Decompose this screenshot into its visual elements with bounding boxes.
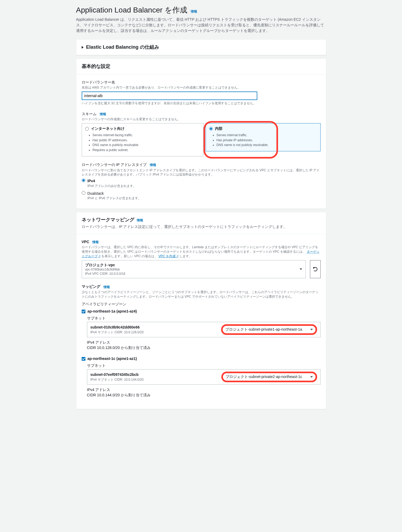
subnet-select[interactable]: subnet-010c8b9c42dd60e66 IPv4 サブネット CIDR… bbox=[87, 322, 321, 337]
radio-icon bbox=[85, 127, 89, 131]
highlight-ring-icon: プロジェクト-subnet-private1-ap-northeast-1a bbox=[221, 324, 317, 335]
checkbox-checked-icon[interactable] bbox=[82, 357, 85, 361]
vpc-select[interactable]: プロジェクト-vpc vpc-0780bdcc16c9df4bb IPv4 VP… bbox=[82, 260, 306, 279]
mapping-desc: 少なくとも 2 つのアベイラビリティーゾーンと、ゾーンごとに 1 つのサブネット… bbox=[82, 290, 321, 299]
vpc-selected-cidr: IPv4 VPC CIDR: 10.0.0.0/16 bbox=[85, 272, 125, 276]
subnet-name: プロジェクト-subnet-private1-ap-northeast-1a bbox=[225, 327, 302, 332]
chevron-down-icon bbox=[310, 329, 313, 330]
how-it-works-title: Elastic Load Balancing の仕組み bbox=[86, 44, 159, 51]
radio-checked-icon bbox=[209, 127, 213, 131]
az-row: ap-northeast-1a (apne1-az4) サブネット subnet… bbox=[82, 309, 321, 350]
radio-checked-icon bbox=[82, 178, 85, 182]
az-name: ap-northeast-1a (apne1-az4) bbox=[88, 309, 137, 314]
chevron-down-icon bbox=[310, 376, 313, 378]
scheme-desc: ロードバランサーの作成後にスキームを変更することはできません。 bbox=[82, 117, 321, 122]
page-title-text: Application Load Balancer を作成 bbox=[76, 6, 187, 14]
info-link-mapping[interactable]: 情報 bbox=[103, 285, 110, 289]
bullet: Requires a public subnet. bbox=[93, 148, 200, 152]
scheme-tile-internet[interactable]: インターネット向け Serves internet-facing traffic… bbox=[82, 123, 204, 156]
subnet-id: subnet-010c8b9c42dd60e66 bbox=[90, 325, 144, 330]
highlight-ring-icon: プロジェクト-subnet-private2-ap-northeast-1c bbox=[221, 372, 317, 382]
ipv4-address-value: CIDR 10.0.128.0/20 から割り当て済み bbox=[87, 345, 321, 351]
info-link-network[interactable]: 情報 bbox=[137, 218, 143, 222]
bullet: DNS name is publicly resolvable. bbox=[93, 143, 200, 147]
dualstack-desc: IPv4 と IPv6 アドレスが含まれます。 bbox=[88, 196, 141, 201]
ipv4-address-label: IPv4 アドレス bbox=[87, 340, 321, 345]
external-link-icon: ↗ bbox=[98, 255, 101, 258]
subnet-cidr: IPv4 サブネット CIDR: 10.0.128.0/20 bbox=[90, 330, 144, 335]
mapping-label: マッピング bbox=[82, 284, 100, 289]
refresh-button[interactable] bbox=[310, 260, 321, 279]
how-it-works-panel: Elastic Load Balancing の仕組み bbox=[76, 39, 326, 55]
scheme-internet-bullets: Serves internet-facing traffic. Has publ… bbox=[93, 133, 200, 152]
bullet: DNS name is not publicly resolvable. bbox=[217, 143, 317, 147]
bullet: Serves internet-facing traffic. bbox=[93, 133, 200, 138]
subnet-id: subnet-07eef0974345c2bcb bbox=[90, 372, 144, 377]
iptype-option-dualstack[interactable]: Dualstack IPv4 と IPv6 アドレスが含まれます。 bbox=[82, 191, 321, 201]
scheme-tile-internal[interactable]: 内部 Serves internal traffic. Has private … bbox=[206, 123, 321, 151]
vpc-desc-mid: を表示します。新しい VPC の場合は、 bbox=[101, 254, 158, 258]
page-description: Application Load Balancer は、リクエスト属性に基づいて… bbox=[76, 17, 326, 34]
vpc-selected-id: vpc-0780bdcc16c9df4bb bbox=[85, 268, 125, 272]
bullet: Has public IP addresses. bbox=[93, 138, 200, 143]
subnet-cidr: IPv4 サブネット CIDR: 10.0.144.0/20 bbox=[90, 377, 144, 382]
subnet-name: プロジェクト-subnet-private2-ap-northeast-1c bbox=[226, 374, 302, 380]
iptype-option-ipv4[interactable]: IPv4 IPv4 アドレスのみが含まれます。 bbox=[82, 178, 321, 188]
bullet: Has private IP addresses. bbox=[217, 138, 317, 143]
lb-name-hint: ハイフンを含む最大 32 文字の英数字を使用できますが、名前の先頭または末尾にハ… bbox=[82, 101, 321, 106]
info-link-header[interactable]: 情報 bbox=[191, 10, 197, 13]
iptype-label: ロードバランサーの IP アドレスタイプ bbox=[82, 162, 147, 168]
chevron-down-icon bbox=[300, 268, 302, 270]
radio-icon bbox=[82, 191, 85, 195]
scheme-internal-bullets: Serves internal traffic. Has private IP … bbox=[217, 133, 317, 147]
chevron-right-icon bbox=[82, 46, 84, 49]
page-title: Application Load Balancer を作成 情報 bbox=[76, 5, 326, 15]
create-vpc-link[interactable]: VPC を作成↗ bbox=[159, 254, 179, 258]
info-link-vpc[interactable]: 情報 bbox=[92, 240, 99, 244]
create-vpc-link-text: VPC を作成 bbox=[159, 254, 176, 258]
dualstack-title: Dualstack bbox=[88, 191, 141, 196]
external-link-icon: ↗ bbox=[176, 255, 179, 258]
vpc-selected-name: プロジェクト-vpc bbox=[85, 263, 125, 268]
ipv4-desc: IPv4 アドレスのみが含まれます。 bbox=[88, 184, 136, 188]
network-mapping-panel: ネットワークマッピング 情報 ロードバランサーは、IP アドレス設定に従って、選… bbox=[76, 212, 326, 409]
basic-settings-title: 基本的な設定 bbox=[82, 63, 110, 70]
vpc-desc-post: します。 bbox=[179, 254, 192, 258]
az-section-title: アベイラビリティーゾーン bbox=[82, 302, 321, 307]
iptype-desc: ロードバランサーに割り当てるフロントエンド IP アドレスタイプを選択します。こ… bbox=[82, 168, 321, 177]
vpc-desc: ロードバランサーは、選択した VPC 内に存在し、その中でスケールします。Lam… bbox=[82, 245, 321, 258]
az-row: ap-northeast-1c (apne1-az1) サブネット subnet… bbox=[82, 356, 321, 398]
lb-name-input[interactable] bbox=[82, 92, 257, 100]
basic-settings-panel: 基本的な設定 ロードバランサー名 名前は AWS アカウント内で一意である必要が… bbox=[76, 59, 326, 209]
az-name: ap-northeast-1c (apne1-az1) bbox=[88, 356, 137, 361]
info-link-scheme[interactable]: 情報 bbox=[100, 112, 106, 117]
bullet: Serves internal traffic. bbox=[217, 133, 317, 138]
vpc-desc-pre: ロードバランサーは、選択した VPC 内に存在し、その中でスケールします。Lam… bbox=[82, 245, 318, 253]
scheme-internal-title: 内部 bbox=[215, 126, 222, 131]
subnet-label: サブネット bbox=[87, 316, 321, 321]
how-it-works-header[interactable]: Elastic Load Balancing の仕組み bbox=[76, 40, 326, 55]
network-mapping-subtitle: ロードバランサーは、IP アドレス設定に従って、選択したサブネットのターゲットに… bbox=[82, 224, 321, 230]
checkbox-checked-icon[interactable] bbox=[82, 310, 85, 313]
subnet-select[interactable]: subnet-07eef0974345c2bcb IPv4 サブネット CIDR… bbox=[87, 369, 321, 385]
ipv4-address-label: IPv4 アドレス bbox=[87, 387, 321, 393]
vpc-label: VPC bbox=[82, 239, 89, 245]
ipv4-address-value: CIDR 10.0.144.0/20 から割り当て済み bbox=[87, 393, 321, 398]
subnet-label: サブネット bbox=[87, 363, 321, 368]
lb-name-desc: 名前は AWS アカウント内で一意である必要があり、ロードバランサーの作成後に変… bbox=[82, 85, 321, 90]
info-link-iptype[interactable]: 情報 bbox=[150, 163, 156, 167]
scheme-internet-title: インターネット向け bbox=[91, 126, 125, 131]
ipv4-title: IPv4 bbox=[88, 178, 136, 184]
network-mapping-title: ネットワークマッピング bbox=[82, 217, 134, 222]
scheme-label: スキーム bbox=[82, 111, 97, 117]
lb-name-label: ロードバランサー名 bbox=[82, 80, 321, 85]
refresh-icon bbox=[313, 267, 317, 271]
